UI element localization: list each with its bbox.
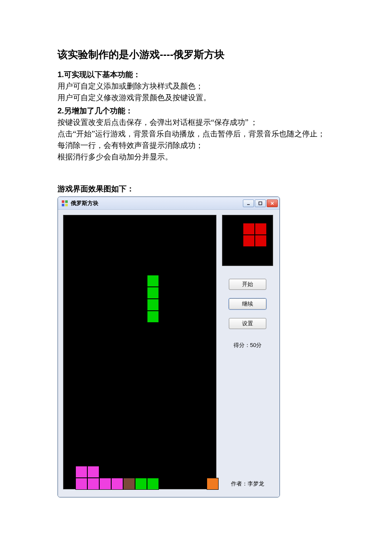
section1-line2: 用户可自定义修改游戏背景颜色及按键设置。	[58, 92, 334, 104]
playfield	[63, 215, 216, 489]
block-cell	[123, 478, 135, 490]
doc-title: 该实验制作的是小游戏----俄罗斯方块	[58, 47, 334, 62]
block-cell	[87, 466, 99, 478]
block-cell	[75, 466, 87, 478]
minimize-button[interactable]	[243, 199, 254, 207]
section2-heading: 2.另增加了几个功能：	[58, 105, 334, 117]
block-cell	[147, 311, 159, 323]
section2-line1: 按键设置改变后点击保存，会弹出对话框提示“保存成功” ；	[58, 117, 334, 128]
svg-rect-0	[62, 200, 64, 203]
section1-heading: 1.可实现以下基本功能：	[58, 69, 334, 81]
continue-button[interactable]: 继续	[229, 298, 266, 309]
figure-caption: 游戏界面效果图如下：	[58, 183, 334, 195]
svg-rect-5	[259, 202, 262, 205]
window-title: 俄罗斯方块	[71, 199, 243, 208]
section1-line1: 用户可自定义添加或删除方块样式及颜色；	[58, 81, 334, 92]
preview-cell	[243, 235, 255, 247]
preview-cell	[243, 223, 255, 235]
svg-rect-4	[247, 204, 250, 205]
score-label: 得分：50分	[233, 341, 262, 350]
block-cell	[87, 478, 99, 490]
window-body: 开始 继续 设置 得分：50分 作者：李梦龙	[58, 210, 280, 497]
block-cell	[111, 478, 123, 490]
window-controls	[243, 199, 278, 207]
settings-button[interactable]: 设置	[229, 318, 266, 329]
maximize-button[interactable]	[255, 199, 266, 207]
svg-rect-2	[62, 204, 64, 206]
start-button[interactable]: 开始	[229, 279, 266, 290]
author-label: 作者：李梦龙	[231, 480, 264, 490]
svg-rect-3	[65, 204, 68, 206]
block-cell	[75, 478, 87, 490]
block-cell	[147, 287, 159, 299]
section2-line2: 点击“开始”运行游戏，背景音乐自动播放，点击暂停后，背景音乐也随之停止；	[58, 128, 334, 140]
app-icon	[61, 200, 68, 207]
next-piece-preview	[222, 215, 273, 266]
preview-cell	[255, 235, 267, 247]
block-cell	[207, 478, 219, 490]
preview-cell	[255, 223, 267, 235]
game-sidebar: 开始 继续 设置 得分：50分 作者：李梦龙	[221, 215, 274, 489]
block-cell	[147, 275, 159, 287]
svg-rect-1	[65, 200, 68, 203]
close-button[interactable]	[267, 199, 278, 207]
block-cell	[147, 478, 159, 490]
section2-line3: 每消除一行，会有特效声音提示消除成功；	[58, 140, 334, 151]
game-window: 俄罗斯方块 开始 继续 设置 得分：50分 作者：李梦龙	[58, 197, 280, 497]
block-cell	[135, 478, 147, 490]
block-cell	[147, 299, 159, 311]
block-cell	[99, 478, 111, 490]
titlebar: 俄罗斯方块	[58, 197, 280, 210]
section2-line4: 根据消行多少会自动加分并显示。	[58, 151, 334, 163]
